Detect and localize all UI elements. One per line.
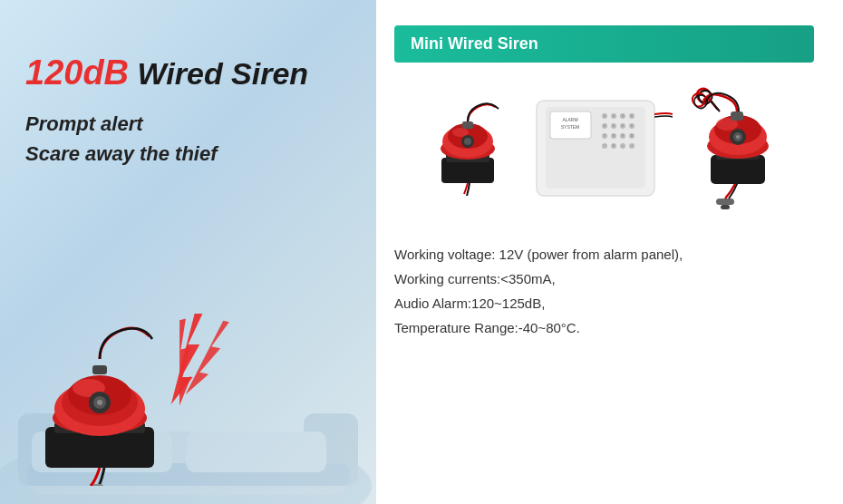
siren-product-image [18,250,272,486]
svg-text:ALARM: ALARM [562,117,577,122]
specs-block: Working voltage: 12V (power from alarm p… [394,242,814,340]
alarm-panel-image: ALARM SYSTEM 1 2 3 6 4 5 6 [528,87,673,205]
subline-line2: Scare away the thief [25,139,308,169]
svg-text:6: 6 [631,114,633,118]
spec-line-3: Audio Alarm:120~125dB, [394,291,814,315]
db-text: 120dB [25,53,129,92]
svg-rect-80 [731,111,743,121]
svg-text:5: 5 [613,124,615,128]
svg-rect-31 [462,121,473,129]
svg-point-79 [736,135,740,139]
spec-line-4: Temperature Range:-40~80°C. [394,315,814,340]
wired-siren-text: Wired Siren [129,56,308,91]
svg-rect-22 [92,365,107,374]
spec-line-2: Working currents:<350mA, [394,267,814,291]
spec-line-1: Working voltage: 12V (power from alarm p… [394,242,814,267]
siren-device-svg [18,286,218,486]
svg-rect-69 [716,199,734,205]
svg-text:0: 0 [613,144,615,148]
siren-small-image [428,96,509,196]
svg-text:3: 3 [622,114,624,118]
svg-rect-20 [92,484,103,486]
svg-text:8: 8 [613,134,615,138]
right-panel: Mini Wired Siren [376,0,843,504]
svg-point-19 [97,400,102,405]
subline: Prompt alert Scare away the thief [25,109,308,169]
left-text-block: 120dB Wired Siren Prompt alert Scare awa… [25,54,308,169]
headline: 120dB Wired Siren [25,54,308,92]
left-panel: 120dB Wired Siren Prompt alert Scare awa… [0,0,376,504]
svg-text:1: 1 [604,114,606,118]
svg-rect-70 [721,205,730,209]
subline-line1: Prompt alert [25,109,308,139]
svg-text:6: 6 [631,124,633,128]
svg-text:✓: ✓ [630,144,633,148]
svg-text:=: = [621,144,623,148]
svg-text:4: 4 [604,124,606,128]
product-title-bar: Mini Wired Siren [394,25,814,63]
siren-large-image [691,82,781,209]
svg-text:9: 9 [622,134,624,138]
product-images-row: ALARM SYSTEM 1 2 3 6 4 5 6 [394,82,814,209]
svg-text:SYSTEM: SYSTEM [560,124,579,130]
svg-text:6: 6 [622,124,624,128]
svg-point-30 [464,138,471,145]
svg-text:2: 2 [613,114,615,118]
product-title: Mini Wired Siren [411,34,538,53]
svg-text:7: 7 [604,134,606,138]
